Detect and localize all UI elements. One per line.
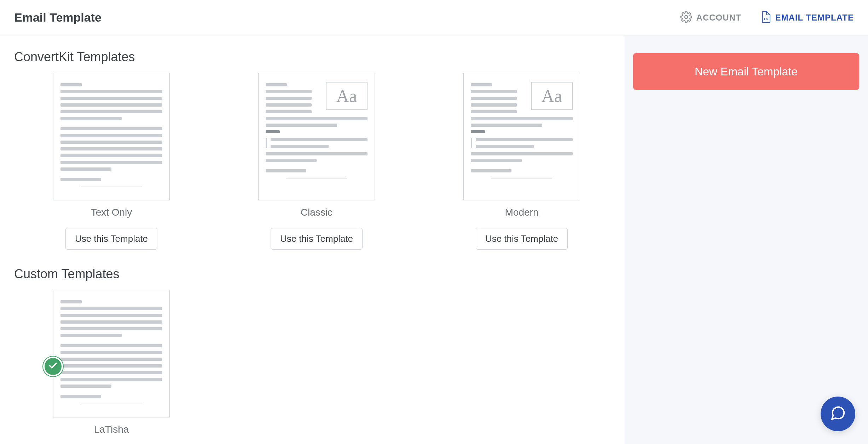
new-email-template-button[interactable]: New Email Template — [633, 53, 859, 90]
convertkit-section-title: ConvertKit Templates — [14, 50, 610, 64]
chat-help-button[interactable] — [821, 397, 855, 431]
template-card-modern: Aa Modern — [463, 73, 580, 250]
template-thumb-text-only[interactable] — [53, 73, 170, 200]
use-template-button-text-only[interactable]: Use this Template — [65, 228, 157, 250]
header: Email Template ACCOUNT EMAIL TEMPLATE — [0, 0, 868, 35]
convertkit-template-row: Text Only Use this Template Aa — [14, 73, 610, 250]
template-card-latisha: LaTisha — [53, 290, 170, 435]
template-name-text-only: Text Only — [91, 207, 132, 218]
custom-template-row: LaTisha — [14, 290, 610, 435]
template-card-text-only: Text Only Use this Template — [53, 73, 170, 250]
gear-icon — [680, 11, 692, 24]
chat-icon — [830, 405, 846, 423]
nav-account[interactable]: ACCOUNT — [680, 11, 741, 24]
nav-email-template[interactable]: EMAIL TEMPLATE — [760, 11, 854, 25]
header-nav: ACCOUNT EMAIL TEMPLATE — [680, 11, 854, 25]
custom-section-title: Custom Templates — [14, 267, 610, 281]
aa-icon: Aa — [531, 82, 573, 110]
template-thumb-classic[interactable]: Aa — [258, 73, 375, 200]
check-icon — [48, 361, 58, 372]
use-template-button-modern[interactable]: Use this Template — [476, 228, 568, 250]
template-name-latisha: LaTisha — [94, 424, 129, 435]
main-content: ConvertKit Templates Text Only Use — [0, 35, 624, 444]
selected-check-badge — [43, 357, 63, 376]
template-card-classic: Aa Classic — [258, 73, 375, 250]
template-thumb-modern[interactable]: Aa — [463, 73, 580, 200]
nav-account-label: ACCOUNT — [696, 13, 741, 23]
sidebar: New Email Template — [624, 35, 868, 444]
template-name-classic: Classic — [301, 207, 332, 218]
aa-icon: Aa — [326, 82, 368, 110]
template-name-modern: Modern — [505, 207, 539, 218]
template-thumb-latisha[interactable] — [53, 290, 170, 417]
page-title: Email Template — [14, 11, 102, 24]
nav-email-template-label: EMAIL TEMPLATE — [775, 13, 854, 23]
use-template-button-classic[interactable]: Use this Template — [271, 228, 363, 250]
svg-point-0 — [684, 15, 688, 18]
file-code-icon — [760, 11, 771, 25]
